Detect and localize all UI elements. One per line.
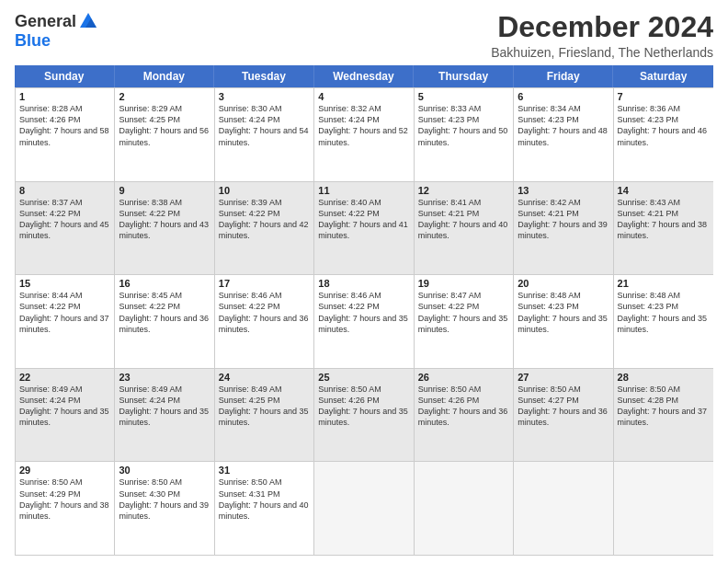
- month-title: December 2024: [491, 11, 713, 43]
- day-19: 19 Sunrise: 8:47 AMSunset: 4:22 PMDaylig…: [415, 275, 514, 368]
- day-13: 13 Sunrise: 8:42 AMSunset: 4:21 PMDaylig…: [514, 182, 613, 275]
- calendar: Sunday Monday Tuesday Wednesday Thursday…: [15, 65, 713, 556]
- day-1: 1 Sunrise: 8:28 AMSunset: 4:26 PMDayligh…: [16, 88, 115, 181]
- page: General Blue December 2024 Bakhuizen, Fr…: [0, 0, 728, 563]
- day-2: 2 Sunrise: 8:29 AMSunset: 4:25 PMDayligh…: [115, 88, 214, 181]
- week-3: 15 Sunrise: 8:44 AMSunset: 4:22 PMDaylig…: [16, 274, 713, 368]
- logo-blue-text: Blue: [15, 31, 51, 51]
- week-5: 29 Sunrise: 8:50 AMSunset: 4:29 PMDaylig…: [16, 461, 713, 555]
- day-30: 30 Sunrise: 8:50 AMSunset: 4:30 PMDaylig…: [115, 462, 214, 555]
- day-14: 14 Sunrise: 8:43 AMSunset: 4:21 PMDaylig…: [614, 182, 713, 275]
- day-23: 23 Sunrise: 8:49 AMSunset: 4:24 PMDaylig…: [115, 369, 214, 462]
- day-29: 29 Sunrise: 8:50 AMSunset: 4:29 PMDaylig…: [16, 462, 115, 555]
- logo-icon: [78, 11, 98, 31]
- empty-2: [415, 462, 514, 555]
- day-16: 16 Sunrise: 8:45 AMSunset: 4:22 PMDaylig…: [115, 275, 214, 368]
- day-28: 28 Sunrise: 8:50 AMSunset: 4:28 PMDaylig…: [614, 369, 713, 462]
- day-10: 10 Sunrise: 8:39 AMSunset: 4:22 PMDaylig…: [215, 182, 314, 275]
- header: General Blue December 2024 Bakhuizen, Fr…: [15, 11, 713, 60]
- day-17: 17 Sunrise: 8:46 AMSunset: 4:22 PMDaylig…: [215, 275, 314, 368]
- calendar-header: Sunday Monday Tuesday Wednesday Thursday…: [15, 65, 713, 87]
- header-friday: Friday: [514, 65, 614, 87]
- header-sunday: Sunday: [15, 65, 115, 87]
- day-3: 3 Sunrise: 8:30 AMSunset: 4:24 PMDayligh…: [215, 88, 314, 181]
- day-31: 31 Sunrise: 8:50 AMSunset: 4:31 PMDaylig…: [215, 462, 314, 555]
- logo: General Blue: [15, 11, 98, 51]
- header-thursday: Thursday: [414, 65, 514, 87]
- empty-3: [514, 462, 613, 555]
- header-saturday: Saturday: [613, 65, 713, 87]
- empty-1: [314, 462, 414, 555]
- day-5: 5 Sunrise: 8:33 AMSunset: 4:23 PMDayligh…: [415, 88, 514, 181]
- day-4: 4 Sunrise: 8:32 AMSunset: 4:24 PMDayligh…: [314, 88, 414, 181]
- week-1: 1 Sunrise: 8:28 AMSunset: 4:26 PMDayligh…: [16, 87, 713, 181]
- day-7: 7 Sunrise: 8:36 AMSunset: 4:23 PMDayligh…: [614, 88, 713, 181]
- day-18: 18 Sunrise: 8:46 AMSunset: 4:22 PMDaylig…: [314, 275, 414, 368]
- logo-general-text: General: [15, 12, 76, 31]
- day-22: 22 Sunrise: 8:49 AMSunset: 4:24 PMDaylig…: [16, 369, 115, 462]
- day-9: 9 Sunrise: 8:38 AMSunset: 4:22 PMDayligh…: [115, 182, 214, 275]
- day-6: 6 Sunrise: 8:34 AMSunset: 4:23 PMDayligh…: [514, 88, 613, 181]
- location: Bakhuizen, Friesland, The Netherlands: [491, 45, 713, 60]
- header-tuesday: Tuesday: [214, 65, 314, 87]
- day-8: 8 Sunrise: 8:37 AMSunset: 4:22 PMDayligh…: [16, 182, 115, 275]
- day-11: 11 Sunrise: 8:40 AMSunset: 4:22 PMDaylig…: [314, 182, 414, 275]
- day-24: 24 Sunrise: 8:49 AMSunset: 4:25 PMDaylig…: [215, 369, 314, 462]
- day-15: 15 Sunrise: 8:44 AMSunset: 4:22 PMDaylig…: [16, 275, 115, 368]
- header-monday: Monday: [115, 65, 215, 87]
- day-21: 21 Sunrise: 8:48 AMSunset: 4:23 PMDaylig…: [614, 275, 713, 368]
- day-25: 25 Sunrise: 8:50 AMSunset: 4:26 PMDaylig…: [314, 369, 414, 462]
- day-20: 20 Sunrise: 8:48 AMSunset: 4:23 PMDaylig…: [514, 275, 613, 368]
- day-27: 27 Sunrise: 8:50 AMSunset: 4:27 PMDaylig…: [514, 369, 613, 462]
- title-area: December 2024 Bakhuizen, Friesland, The …: [491, 11, 713, 60]
- day-12: 12 Sunrise: 8:41 AMSunset: 4:21 PMDaylig…: [415, 182, 514, 275]
- calendar-body: 1 Sunrise: 8:28 AMSunset: 4:26 PMDayligh…: [15, 87, 713, 556]
- empty-4: [614, 462, 713, 555]
- week-2: 8 Sunrise: 8:37 AMSunset: 4:22 PMDayligh…: [16, 181, 713, 275]
- header-wednesday: Wednesday: [314, 65, 415, 87]
- week-4: 22 Sunrise: 8:49 AMSunset: 4:24 PMDaylig…: [16, 368, 713, 462]
- day-26: 26 Sunrise: 8:50 AMSunset: 4:26 PMDaylig…: [415, 369, 514, 462]
